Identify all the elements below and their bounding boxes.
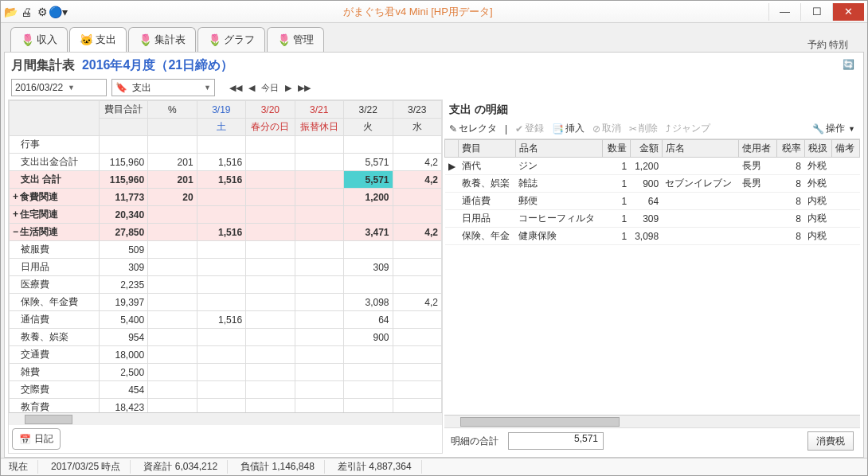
flower-icon: 🌷 [277,33,290,46]
table-row[interactable]: 日用品コーヒーフィルタ13098内税 [445,210,860,228]
mode-combo[interactable]: 🔖支出▼ [111,79,215,96]
statusbar: 現在 2017/03/25 時点 資産計 6,034,212 負債計 1,146… [1,458,867,475]
titlebar: 📂 🖨 ⚙ 🔵▾ がまぐち君v4 Mini [HP用データ] — ☐ ✕ [1,1,867,23]
open-icon[interactable]: 📂 [4,6,17,18]
cancel-icon: ⊘ [592,123,600,135]
jump-icon: ⤴ [666,123,671,135]
table-row[interactable]: +食費関連11,773201,200 [10,189,442,206]
table-row[interactable]: 通信費5,4001,51664 [10,311,442,329]
print-icon[interactable]: 🖨 [20,6,33,18]
detail-h-scrollbar[interactable] [444,415,860,427]
table-row[interactable]: 教育費18,423 [10,399,442,413]
page-header: 月間集計表 2016年4月度（21日締め） 🔄 [8,56,860,76]
status-net: 差引計 4,887,364 [338,460,422,474]
jump-button[interactable]: ⤴ジャンプ [666,122,710,135]
minimize-button[interactable]: — [768,3,800,21]
nav-last[interactable]: ▶▶ [298,83,311,93]
status-date: 2017/03/25 時点 [51,460,131,474]
reserve-special-link[interactable]: 予約 特別 [807,38,858,52]
table-row[interactable]: ▶酒代ジン11,200長男8外税 [445,158,860,175]
table-row[interactable]: 交際費454 [10,381,442,399]
status-now: 現在 [9,460,38,474]
tab-income[interactable]: 🌷収入 [10,27,68,52]
diary-button[interactable]: 📅日記 [12,428,61,450]
main-tabs: 🌷収入 🐱支出 🌷集計表 🌷グラフ 🌷管理 予約 特別 [1,23,867,52]
detail-bottom-bar: 明細の合計 5,571 消費税 [444,427,860,454]
content-area: 月間集計表 2016年4月度（21日締め） 🔄 2016/03/22▼ 🔖支出▼… [4,52,864,458]
app-window: 📂 🖨 ⚙ 🔵▾ がまぐち君v4 Mini [HP用データ] — ☐ ✕ 🌷収入… [0,0,868,476]
delete-icon: ✂ [629,123,637,135]
table-row[interactable]: 医療費2,235 [10,276,442,294]
split-panes: 費目合計%3/193/203/213/223/23土春分の日振替休日火水行事支出… [8,99,860,454]
detail-title: 支出 の明細 [444,99,860,120]
ops-button[interactable]: 🔧操作▼ [812,122,855,135]
chevron-down-icon: ▼ [204,84,211,92]
table-row[interactable]: 日用品309309 [10,259,442,276]
detail-total-value: 5,571 [508,432,604,450]
page-title: 月間集計表 2016年4月度（21日締め） [11,57,233,74]
table-row[interactable]: 通信費郵便1648内税 [445,193,860,210]
tab-expense[interactable]: 🐱支出 [69,27,127,52]
nav-first[interactable]: ◀◀ [229,83,242,93]
table-row[interactable]: 交通費18,000 [10,346,442,364]
below-grid: 📅日記 [9,425,442,453]
tab-graph[interactable]: 🌷グラフ [197,27,265,52]
tab-manage[interactable]: 🌷管理 [267,27,324,52]
detail-grid[interactable]: 費目品名数量金額店名使用者税率税扱備考▶酒代ジン11,200長男8外税教養、娯楽… [444,139,860,415]
tab-summary[interactable]: 🌷集計表 [128,27,196,52]
table-row[interactable]: 支出出金合計115,9602011,5165,5714,2 [10,154,442,171]
cancel-button[interactable]: ⊘取消 [592,122,621,135]
detail-total-label: 明細の合計 [451,435,499,448]
insert-icon: 📑 [552,123,564,135]
detail-pane: 支出 の明細 ✎セレクタ | ✔登録 📑挿入 ⊘取消 ✂削除 ⤴ジャンプ 🔧操作… [444,99,860,454]
scrollbar-thumb[interactable] [25,415,72,424]
table-row[interactable]: 保険、年金費19,3973,0984,2 [10,294,442,311]
delete-button[interactable]: ✂削除 [629,122,658,135]
nav-next[interactable]: ▶ [285,83,291,93]
table-row[interactable]: 教養、娯楽雑誌1900セブンイレブン長男8外税 [445,175,860,193]
status-debt: 負債計 1,146,848 [240,460,325,474]
window-title: がまぐち君v4 Mini [HP用データ] [68,5,768,19]
selector-button[interactable]: ✎セレクタ [449,122,497,135]
table-row[interactable]: 被服費509 [10,241,442,259]
table-row[interactable]: 保険、年金健康保険13,0988内税 [445,228,860,245]
insert-button[interactable]: 📑挿入 [552,122,585,135]
table-row[interactable]: 雑費2,500 [10,364,442,381]
nav-today[interactable]: 今日 [261,82,279,94]
table-row[interactable]: 教養、娯楽954900 [10,329,442,346]
tax-button[interactable]: 消費税 [807,431,854,451]
flower-icon: 🌷 [139,33,151,46]
calendar-icon: 📅 [19,434,31,445]
flower-icon: 🌷 [208,33,221,46]
maximize-button[interactable]: ☐ [800,3,832,21]
flower-icon: 🌷 [21,33,33,46]
bookmark-icon: 🔖 [115,82,127,93]
summary-grid[interactable]: 費目合計%3/193/203/213/223/23土春分の日振替休日火水行事支出… [9,100,442,412]
status-asset: 資産計 6,034,212 [143,460,228,474]
wrench-icon: 🔧 [812,123,824,135]
close-button[interactable]: ✕ [832,3,864,21]
window-buttons: — ☐ ✕ [768,3,864,21]
h-scrollbar[interactable] [9,412,442,425]
date-combo[interactable]: 2016/03/22▼ [11,79,107,96]
refresh-icon[interactable]: 🔄 [843,59,857,73]
table-row[interactable]: 支出 合計115,9602011,5165,5714,2 [10,171,442,189]
table-row[interactable]: 行事 [10,136,442,154]
chevron-down-icon: ▼ [848,125,855,133]
nav-buttons: ◀◀ ◀ 今日 ▶ ▶▶ [229,82,311,94]
check-icon: ✔ [515,123,523,135]
scrollbar-thumb[interactable] [460,417,620,427]
color-icon[interactable]: 🔵▾ [52,6,65,18]
table-row[interactable]: −生活関連27,8501,5163,4714,2 [10,224,442,241]
nav-prev[interactable]: ◀ [248,83,255,93]
chevron-down-icon: ▼ [68,84,75,92]
register-button[interactable]: ✔登録 [515,122,544,135]
summary-pane: 費目合計%3/193/203/213/223/23土春分の日振替休日火水行事支出… [8,99,443,454]
cat-icon: 🐱 [80,33,92,46]
gear-icon[interactable]: ⚙ [36,6,49,18]
wand-icon: ✎ [449,123,457,135]
toolbar: 2016/03/22▼ 🔖支出▼ ◀◀ ◀ 今日 ▶ ▶▶ [8,76,860,99]
detail-toolbar: ✎セレクタ | ✔登録 📑挿入 ⊘取消 ✂削除 ⤴ジャンプ 🔧操作▼ [444,120,860,139]
table-row[interactable]: +住宅関連20,340 [10,206,442,224]
